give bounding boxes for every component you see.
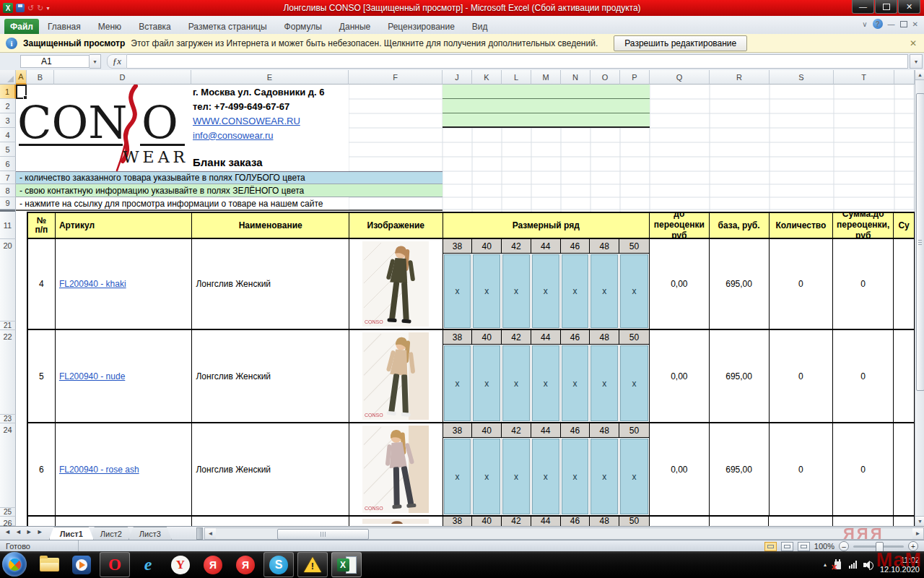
size-qty-input[interactable]: x [531, 438, 561, 515]
vertical-scrollbar[interactable]: ▲ ▼ [915, 70, 924, 526]
item-number-cell[interactable]: 4 [28, 239, 56, 329]
price-before-cell[interactable]: 0,00 [650, 423, 710, 515]
taskbar-skype[interactable]: S [263, 552, 294, 577]
tab-home[interactable]: Главная [39, 19, 90, 34]
column-header-U-partial[interactable] [894, 70, 915, 85]
collapse-ribbon-icon[interactable]: ∨ [862, 20, 867, 28]
quantity-cell[interactable]: 0 [770, 423, 834, 515]
tab-data[interactable]: Данные [331, 19, 379, 34]
normal-view-icon[interactable] [764, 542, 777, 551]
scroll-left-icon[interactable]: ◄ [205, 528, 216, 539]
excel-app-icon[interactable]: X [3, 3, 13, 13]
sheet-tab-3[interactable]: Лист3 [128, 527, 172, 540]
taskbar-media-player[interactable] [67, 553, 96, 577]
size-qty-input[interactable]: x [619, 438, 649, 515]
column-header-T[interactable]: T [834, 70, 894, 85]
maximize-button[interactable] [875, 0, 897, 14]
green-contact-field-1[interactable] [443, 85, 650, 99]
size-qty-input[interactable]: x [531, 345, 561, 422]
power-status-icon[interactable]: ✕ [833, 560, 842, 570]
first-sheet-icon[interactable]: ◄ [4, 528, 11, 535]
horizontal-scrollbar[interactable]: ◄ ► [204, 527, 924, 540]
column-header-S[interactable]: S [770, 70, 834, 85]
size-qty-input[interactable]: x [590, 438, 619, 515]
start-button[interactable] [2, 552, 27, 577]
taskbar-yandex-2[interactable]: Я [231, 553, 260, 577]
taskbar-opera[interactable]: O [100, 552, 130, 577]
size-qty-input[interactable]: x [443, 345, 473, 422]
workbook-restore-icon[interactable] [900, 21, 907, 27]
workbook-close-icon[interactable]: ✕ [912, 20, 918, 28]
row-header-2[interactable]: 2 [0, 99, 16, 113]
column-header-E[interactable]: E [191, 70, 349, 85]
workbook-minimize-icon[interactable]: — [888, 20, 895, 28]
column-header-K[interactable]: K [472, 70, 502, 85]
sum-before-cell[interactable]: 0 [833, 423, 894, 515]
taskbar-explorer[interactable] [35, 553, 64, 577]
message-bar-close-icon[interactable]: ✕ [910, 38, 917, 48]
column-header-A[interactable]: A [16, 70, 27, 85]
row-header-8[interactable]: 8 [0, 184, 16, 197]
row-header-20[interactable]: 20 [0, 239, 16, 322]
column-header-B[interactable]: B [27, 70, 54, 85]
size-qty-input[interactable]: x [472, 438, 502, 515]
price-before-cell[interactable]: 0,00 [650, 330, 710, 422]
column-header-O[interactable]: O [590, 70, 620, 85]
company-email-link[interactable]: info@consowear.ru [193, 130, 273, 141]
row-header-5[interactable]: 5 [0, 142, 16, 157]
row-header-25[interactable]: 25 [0, 508, 16, 517]
item-name-cell[interactable]: Лонгслив Женский [192, 423, 349, 515]
taskbar-yandex-1[interactable]: Я [199, 553, 227, 577]
horizontal-scroll-thumb[interactable] [277, 529, 369, 540]
prev-sheet-icon[interactable]: ◄ [15, 528, 22, 535]
column-header-Q[interactable]: Q [650, 70, 710, 85]
item-name-cell[interactable]: Лонгслив Женский [192, 239, 349, 329]
row-header-6[interactable]: 6 [0, 157, 16, 171]
size-qty-input[interactable]: x [619, 345, 649, 422]
tray-expand-icon[interactable]: ▴ [824, 561, 827, 568]
zoom-level[interactable]: 100% [814, 542, 834, 551]
row-header-7[interactable]: 7 [0, 171, 16, 184]
taskbar-yandex-browser[interactable]: Y [166, 553, 195, 577]
column-header-N[interactable]: N [561, 70, 590, 85]
qat-dropdown-icon[interactable]: ▾ [46, 5, 49, 12]
size-qty-input[interactable]: x [472, 345, 502, 422]
protected-view-text[interactable]: Этот файл загружен из Интернета и может … [131, 38, 598, 48]
name-box-dropdown-icon[interactable]: ▾ [90, 54, 101, 69]
tab-view[interactable]: Вид [463, 19, 497, 34]
tab-menu[interactable]: Меню [90, 19, 130, 34]
minimize-button[interactable]: — [852, 0, 874, 14]
size-qty-input[interactable]: x [472, 254, 502, 329]
column-header-F[interactable]: F [349, 70, 443, 85]
item-number-cell[interactable]: 5 [28, 330, 56, 422]
vertical-scroll-thumb[interactable] [916, 93, 924, 391]
help-icon[interactable]: ? [873, 19, 883, 29]
row-header-11[interactable]: 11 [0, 212, 16, 239]
tab-file[interactable]: Файл [4, 19, 39, 34]
green-contact-field-2[interactable] [443, 99, 650, 113]
company-website-link[interactable]: WWW.CONSOWEAR.RU [193, 116, 300, 126]
row-header-9[interactable]: 9 [0, 197, 16, 210]
item-sku-link[interactable]: FL200940 - rose ash [59, 465, 139, 475]
size-qty-input[interactable]: x [502, 438, 531, 515]
quantity-cell[interactable]: 0 [770, 330, 834, 422]
last-sheet-icon[interactable]: ► [37, 528, 43, 535]
quantity-cell[interactable]: 0 [770, 239, 834, 329]
formula-bar-expand-icon[interactable]: ▾ [910, 54, 923, 69]
row-header-22[interactable]: 22 [0, 330, 16, 415]
item-number-cell[interactable]: 6 [28, 423, 56, 515]
row-header-21[interactable]: 21 [0, 322, 16, 330]
size-qty-input[interactable]: x [561, 254, 590, 329]
insert-function-icon[interactable]: ƒx [107, 54, 127, 69]
sum-before-cell[interactable]: 0 [833, 239, 894, 329]
scroll-up-icon[interactable]: ▲ [915, 70, 924, 80]
row-header-23[interactable]: 23 [0, 415, 16, 423]
page-break-view-icon[interactable] [798, 542, 810, 551]
size-qty-input[interactable]: x [443, 254, 473, 329]
sum-before-cell[interactable]: 0 [833, 330, 894, 422]
row-header-24[interactable]: 24 [0, 423, 16, 508]
column-header-L[interactable]: L [502, 70, 531, 85]
price-before-cell[interactable]: 0,00 [650, 239, 710, 329]
sum-partial-cell[interactable] [894, 330, 914, 422]
item-name-cell[interactable]: Лонгслив Женский [192, 330, 349, 422]
